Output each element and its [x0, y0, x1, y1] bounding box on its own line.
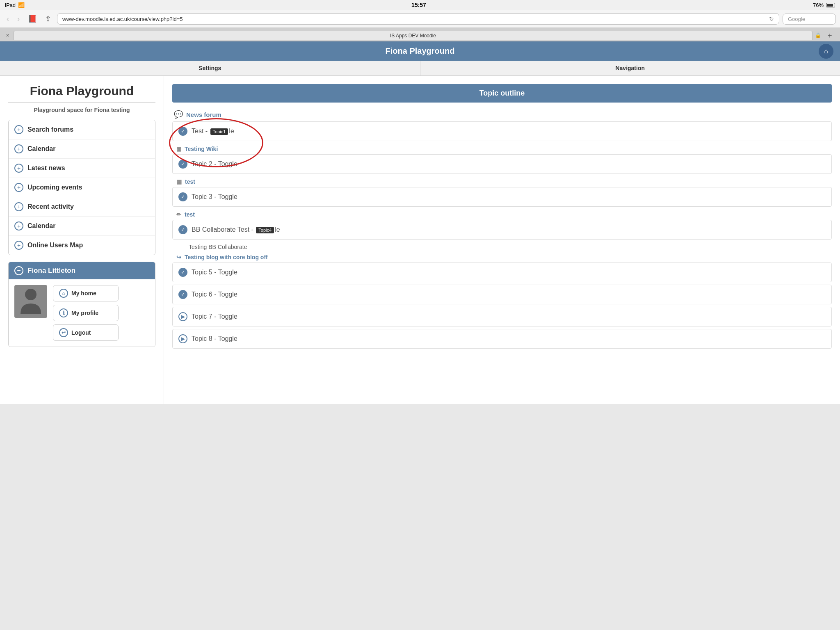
plus-icon: + — [14, 183, 23, 192]
home-button[interactable]: ⌂ — [819, 44, 833, 59]
browser-chrome: ‹ › 📕 ⇪ www-dev.moodle.is.ed.ac.uk/cours… — [0, 10, 840, 28]
toggle-icon: ✓ — [178, 225, 187, 234]
settings-tab[interactable]: Settings — [0, 61, 420, 75]
plus-icon: + — [14, 241, 23, 250]
sidebar-item-latest-news[interactable]: + Latest news — [9, 159, 155, 178]
topic-3-toggle[interactable]: ✓ Topic 3 - Toggle — [172, 187, 832, 207]
topic-8-toggle[interactable]: ▶ Topic 8 - Toggle — [172, 329, 832, 349]
my-home-button[interactable]: ⌂ My home — [53, 285, 119, 301]
blog-link[interactable]: ↪ Testing blog with core blog off — [172, 252, 832, 262]
battery-label: 76% — [813, 2, 824, 8]
bb-collaborate-label: BB Collaborate Test - Topic4le — [192, 226, 280, 233]
sidebar-item-online-users-map[interactable]: + Online Users Map — [9, 236, 155, 255]
sidebar-item-search-forums[interactable]: + Search forums — [9, 120, 155, 139]
toggle-icon: ✓ — [178, 192, 187, 201]
course-divider — [8, 102, 155, 103]
chat-icon: 💬 — [174, 110, 183, 119]
test-monitor-link[interactable]: ▦ test — [172, 176, 832, 187]
svg-point-0 — [25, 289, 37, 300]
topic-7-toggle[interactable]: ▶ Topic 7 - Toggle — [172, 307, 832, 326]
sidebar-item-label: Online Users Map — [27, 242, 83, 249]
status-bar: iPad 📶 15:57 76% — [0, 0, 840, 10]
logout-label: Logout — [71, 329, 91, 336]
pencil-icon: ✏ — [176, 211, 181, 218]
logout-button[interactable]: ↩ Logout — [53, 324, 119, 341]
testing-wiki-label: Testing Wiki — [185, 146, 218, 152]
bookmarks-button[interactable]: 📕 — [25, 13, 39, 25]
toggle-icon: ✓ — [178, 268, 187, 277]
left-sidebar: Fiona Playground Playground space for Fi… — [0, 76, 164, 404]
topic-7-label: Topic 7 - Toggle — [192, 313, 237, 320]
annotated-section: ✓ Test - Topic1le ▦ Testing Wiki — [172, 121, 832, 154]
plus-icon: + — [14, 125, 23, 134]
battery-icon — [826, 3, 835, 7]
user-block-header[interactable]: − Fiona Littleton — [9, 262, 155, 279]
sidebar-item-calendar-1[interactable]: + Calendar — [9, 139, 155, 159]
url-text: www-dev.moodle.is.ed.ac.uk/course/view.p… — [62, 16, 183, 22]
toggle-icon: ▶ — [178, 334, 187, 343]
toggle-icon: ✓ — [178, 127, 187, 136]
main-content: Fiona Playground Playground space for Fi… — [0, 76, 840, 404]
topic-outline-header: Topic outline — [172, 84, 832, 103]
share-button[interactable]: ⇪ — [43, 13, 54, 25]
blog-link-label: Testing blog with core blog off — [185, 254, 268, 260]
toggle-icon: ✓ — [178, 290, 187, 299]
logout-link-icon: ↩ — [59, 328, 68, 337]
topic-2-toggle[interactable]: ✓ Topic 2 - Toggle — [172, 154, 832, 174]
tab-bar: ✕ IS Apps DEV Moodle 🔒 ＋ — [0, 28, 840, 41]
sidebar-item-recent-activity[interactable]: + Recent activity — [9, 197, 155, 217]
plus-icon: + — [14, 144, 23, 153]
topic-1-label: Test - Topic1le — [192, 128, 234, 135]
forward-button[interactable]: › — [15, 13, 22, 25]
url-bar[interactable]: www-dev.moodle.is.ed.ac.uk/course/view.p… — [57, 13, 779, 25]
sidebar-item-calendar-2[interactable]: + Calendar — [9, 217, 155, 236]
topic1-badge: Topic1 — [210, 128, 228, 135]
right-content: Topic outline 💬 News forum ✓ Test - Topi… — [164, 76, 840, 404]
user-block-body: ⌂ My home ℹ My profile ↩ Logout — [9, 279, 155, 347]
bb-collaborate-toggle[interactable]: ✓ BB Collaborate Test - Topic4le — [172, 220, 832, 240]
topic4-badge: Topic4 — [256, 227, 274, 233]
tab-close-button[interactable]: ✕ — [4, 32, 11, 39]
news-forum-link[interactable]: 💬 News forum — [172, 107, 832, 121]
device-label: iPad — [5, 2, 16, 8]
topic-1-toggle[interactable]: ✓ Test - Topic1le — [172, 121, 832, 141]
topic-5-toggle[interactable]: ✓ Topic 5 - Toggle — [172, 262, 832, 282]
tab-lock-icon: 🔒 — [815, 32, 821, 38]
user-links: ⌂ My home ℹ My profile ↩ Logout — [53, 285, 119, 341]
search-placeholder: Google — [788, 16, 805, 22]
wiki-icon: ▦ — [176, 146, 181, 152]
sidebar-item-label: Latest news — [27, 164, 65, 172]
topic-6-toggle[interactable]: ✓ Topic 6 - Toggle — [172, 285, 832, 304]
my-profile-button[interactable]: ℹ My profile — [53, 305, 119, 321]
sidebar-item-label: Calendar — [27, 222, 55, 230]
topic-8-label: Topic 8 - Toggle — [192, 335, 237, 342]
test-monitor-label: test — [185, 178, 195, 185]
test-pencil-link[interactable]: ✏ test — [172, 209, 832, 220]
status-time: 15:57 — [411, 2, 426, 8]
moodle-header-title: Fiona Playground — [386, 46, 455, 56]
my-home-label: My home — [71, 290, 96, 297]
topic-3-label: Topic 3 - Toggle — [192, 193, 237, 201]
toggle-icon: ✓ — [178, 160, 187, 169]
new-tab-button[interactable]: ＋ — [824, 30, 836, 41]
navigation-tab[interactable]: Navigation — [420, 61, 840, 75]
topic-2-label: Topic 2 - Toggle — [192, 160, 237, 168]
plus-icon: + — [14, 164, 23, 173]
testing-wiki-link[interactable]: ▦ Testing Wiki — [172, 144, 832, 154]
status-bar-left: iPad 📶 — [5, 2, 25, 8]
sidebar-item-upcoming-events[interactable]: + Upcoming events — [9, 178, 155, 197]
news-forum-label: News forum — [186, 111, 221, 118]
wifi-icon: 📶 — [18, 2, 25, 8]
back-button[interactable]: ‹ — [4, 13, 11, 25]
arrow-icon: ↪ — [176, 254, 181, 260]
search-bar[interactable]: Google — [783, 14, 836, 25]
bb-description: Testing BB Collaborate — [172, 242, 832, 252]
reload-button[interactable]: ↻ — [769, 16, 774, 22]
avatar-figure — [18, 287, 43, 316]
plus-icon: + — [14, 202, 23, 211]
info-link-icon: ℹ — [59, 308, 68, 317]
user-block: − Fiona Littleton ⌂ My home ℹ — [8, 262, 155, 347]
sidebar-item-label: Calendar — [27, 145, 55, 153]
plus-icon: + — [14, 221, 23, 231]
topic-5-label: Topic 5 - Toggle — [192, 269, 237, 276]
